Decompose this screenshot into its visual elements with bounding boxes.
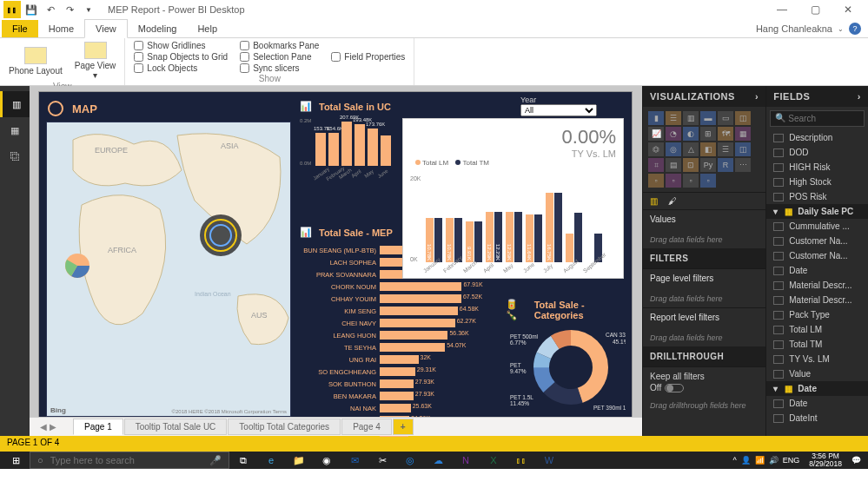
viz-type-icon[interactable]: ▫ — [666, 174, 681, 188]
field-item[interactable]: Description — [766, 130, 868, 145]
tab-modeling[interactable]: Modeling — [128, 20, 188, 37]
edge-icon[interactable]: e — [257, 452, 285, 469]
system-tray[interactable]: ^ 👤 📶 🔊 ENG 3:56 PM8/29/2018 💬 — [727, 452, 866, 469]
drillthrough-dropzone[interactable]: Drag drillthrough fields here — [643, 397, 765, 414]
field-item[interactable]: High Stock — [766, 175, 868, 189]
values-dropzone[interactable]: Drag data fields here — [643, 231, 765, 248]
viz-type-icon[interactable]: ▮ — [648, 111, 664, 125]
viz-type-icon[interactable]: ⊞ — [700, 127, 716, 141]
viz-type-icon[interactable]: ◔ — [666, 127, 681, 141]
report-page[interactable]: MAP EUROPE ASIA AFRICA AUS Indian Ocean — [38, 91, 633, 419]
check-lock-objects[interactable]: Lock Objects — [134, 63, 228, 73]
page-view-button[interactable]: Page View ▾ — [71, 40, 120, 82]
language-indicator[interactable]: ENG — [783, 456, 800, 465]
teamviewer-icon[interactable]: ◎ — [396, 452, 424, 469]
field-item[interactable]: Material Descr... — [766, 293, 868, 307]
viz-type-icon[interactable]: ▫ — [683, 174, 699, 188]
map-visual[interactable]: EUROPE ASIA AFRICA AUS Indian Ocean — [46, 122, 291, 417]
field-item[interactable]: Cummulative ... — [766, 219, 868, 234]
data-view-icon[interactable]: ▦ — [0, 117, 30, 143]
report-filters-dropzone[interactable]: Drag data fields here — [643, 329, 765, 346]
field-item[interactable]: POS Risk — [766, 189, 868, 204]
powerbi-icon[interactable]: ⫾⫾ — [507, 452, 535, 469]
fields-header[interactable]: FIELDS› — [766, 86, 868, 107]
viz-type-icon[interactable]: ▦ — [735, 127, 751, 141]
field-item[interactable]: Date — [766, 263, 868, 278]
format-mode-icon[interactable]: 🖌 — [668, 196, 677, 206]
viz-type-icon[interactable]: ▫ — [648, 174, 664, 188]
viz-type-icon[interactable]: ⌗ — [648, 158, 664, 172]
viz-type-icon[interactable]: ◎ — [666, 142, 681, 156]
task-view-icon[interactable]: ⧉ — [229, 452, 257, 469]
year-slicer[interactable]: Year All — [520, 96, 597, 116]
snip-icon[interactable]: ✂ — [368, 452, 396, 469]
check-field-properties[interactable]: Field Properties — [331, 52, 405, 62]
taskbar-search[interactable]: ○ 🎤 — [30, 452, 229, 469]
viz-type-icon[interactable]: ◧ — [700, 142, 716, 156]
onenote-icon[interactable]: N — [452, 452, 480, 469]
excel-icon[interactable]: X — [480, 452, 507, 469]
field-item[interactable]: HIGH Risk — [766, 160, 868, 175]
help-icon[interactable]: ? — [849, 23, 861, 35]
field-item[interactable]: Material Descr... — [766, 278, 868, 293]
keep-all-toggle[interactable]: Off — [650, 383, 759, 392]
viz-type-icon[interactable]: ▬ — [700, 111, 716, 125]
page-tab-4[interactable]: Page 4 — [341, 419, 392, 435]
field-item[interactable]: Date — [766, 396, 868, 411]
report-canvas[interactable]: MAP EUROPE ASIA AFRICA AUS Indian Ocean — [30, 86, 642, 436]
model-view-icon[interactable]: ⿻ — [0, 143, 30, 169]
field-item[interactable]: DOD — [766, 145, 868, 160]
tab-view[interactable]: View — [84, 19, 128, 38]
field-item[interactable]: Customer Na... — [766, 248, 868, 263]
mic-icon[interactable]: 🎤 — [209, 455, 222, 466]
field-item[interactable]: Total TM — [766, 337, 868, 352]
chrome-icon[interactable]: ◉ — [313, 452, 341, 469]
fields-mode-icon[interactable]: ▥ — [650, 196, 658, 206]
viz-type-icon[interactable]: ▥ — [683, 111, 699, 125]
check-bookmarks-pane[interactable]: Bookmarks Pane — [240, 41, 319, 50]
close-button[interactable]: ✕ — [832, 0, 865, 19]
viz-type-icon[interactable]: ⊡ — [683, 158, 699, 172]
viz-type-icon[interactable]: Py — [700, 158, 716, 172]
tab-help[interactable]: Help — [187, 20, 228, 37]
file-explorer-icon[interactable]: 📁 — [285, 452, 313, 469]
tray-chevron-icon[interactable]: ^ — [732, 456, 736, 465]
onedrive-icon[interactable]: ☁ — [424, 452, 452, 469]
field-item[interactable]: DateInt — [766, 411, 868, 425]
viz-type-icon[interactable]: ◫ — [735, 142, 751, 156]
file-menu[interactable]: File — [2, 20, 38, 37]
field-item[interactable]: TY Vs. LM — [766, 352, 868, 366]
field-table[interactable]: ▾▦Daily Sale PC — [766, 204, 868, 219]
qat-dropdown-icon[interactable]: ▼ — [80, 1, 97, 18]
check-sync-slicers[interactable]: Sync slicers — [240, 63, 319, 73]
field-table[interactable]: ▾▦Date — [766, 381, 868, 396]
field-item[interactable]: Total LM — [766, 322, 868, 337]
page-tab-tooltip-uc[interactable]: Tooltip Total Sale UC — [124, 419, 228, 435]
visualizations-header[interactable]: VISUALIZATIONS› — [643, 86, 765, 107]
minimize-button[interactable]: — — [765, 0, 798, 19]
viz-type-icon[interactable]: ◫ — [735, 111, 751, 125]
viz-type-icon[interactable]: 📈 — [648, 127, 664, 141]
word-icon[interactable]: W — [535, 452, 563, 469]
sale-cat-chart[interactable]: CAN 330ml45.1% PET 390ml 18.18% PET 1.5L… — [508, 320, 626, 415]
viz-type-icon[interactable]: ☰ — [666, 111, 681, 125]
add-page-button[interactable]: + — [393, 419, 414, 435]
action-center-icon[interactable]: 💬 — [851, 456, 861, 465]
volume-icon[interactable]: 🔊 — [769, 456, 779, 465]
field-item[interactable]: Customer Na... — [766, 234, 868, 248]
redo-icon[interactable]: ↷ — [61, 1, 78, 18]
viz-type-icon[interactable]: R — [718, 158, 733, 172]
viz-type-icon[interactable]: ▭ — [718, 111, 733, 125]
viz-type-icon[interactable]: ☰ — [718, 142, 733, 156]
start-button[interactable]: ⊞ — [2, 452, 30, 469]
page-tab-1[interactable]: Page 1 — [73, 419, 123, 435]
tab-home[interactable]: Home — [38, 20, 84, 37]
report-view-icon[interactable]: ▥ — [0, 91, 30, 117]
people-icon[interactable]: 👤 — [741, 456, 751, 465]
viz-type-icon[interactable]: ▤ — [666, 158, 681, 172]
viz-type-icon[interactable]: ◐ — [683, 127, 699, 141]
page-filters-dropzone[interactable]: Drag data fields here — [643, 290, 765, 307]
field-item[interactable]: Value — [766, 366, 868, 381]
viz-type-icon[interactable]: ⋯ — [735, 158, 751, 172]
clock[interactable]: 3:56 PM8/29/2018 — [804, 452, 847, 469]
